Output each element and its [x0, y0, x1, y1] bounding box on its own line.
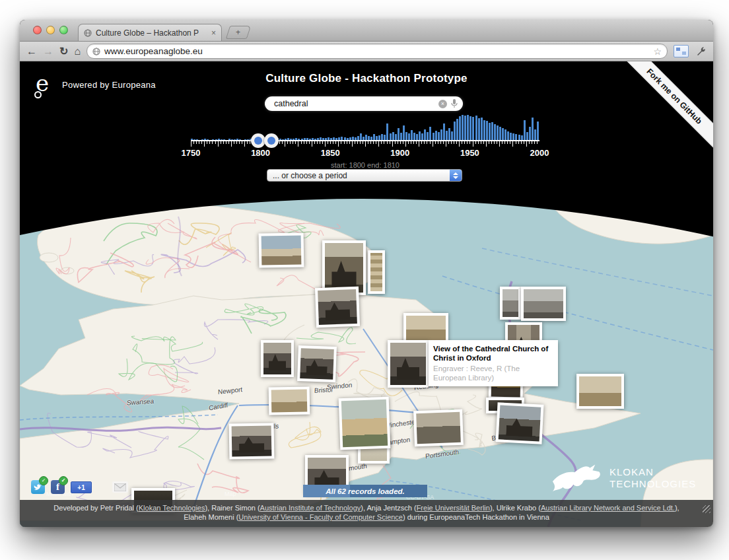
range-slider-start-handle[interactable]	[251, 133, 265, 148]
envelope-icon	[114, 483, 126, 491]
google-plus-one-button[interactable]: +1	[71, 481, 92, 493]
home-button[interactable]: ⌂	[74, 46, 81, 57]
timeline-ruler	[191, 140, 539, 147]
record-thumbnail[interactable]	[339, 397, 391, 450]
credit-link[interactable]: University of Vienna - Faculty of Comput…	[238, 513, 403, 521]
social-buttons: ✓ f ✓ +1	[31, 480, 128, 494]
footer-bar: Developed by Petr Pridal (Klokan Technol…	[20, 500, 713, 527]
browser-window: Culture Globe – Hackathon P × + ← → ↻ ⌂ …	[20, 20, 713, 527]
wrench-menu-icon[interactable]	[695, 46, 707, 57]
back-button[interactable]: ←	[26, 46, 37, 57]
record-thumbnail[interactable]	[403, 313, 448, 343]
timeline-histogram	[191, 115, 539, 140]
tooltip-subtitle: Engraver : Reeve, R (The European Librar…	[433, 364, 553, 382]
credit-link[interactable]: Austrian Institute of Technology	[260, 504, 361, 512]
records-status-label: All 62 records loaded.	[326, 487, 405, 495]
clear-search-icon[interactable]: ×	[438, 100, 447, 108]
search-input[interactable]	[273, 98, 434, 109]
search-box[interactable]: ×	[265, 96, 463, 111]
klokan-logo[interactable]: KLOKAN TECHNOLOGIES	[551, 463, 696, 493]
credit-text: Developed by Petr Pridal (	[53, 504, 138, 512]
timeline: 175018001850190019502000 start: 1800 end…	[191, 115, 539, 174]
record-thumbnail[interactable]	[269, 386, 310, 415]
minimize-window-button[interactable]	[46, 26, 55, 34]
extension-button[interactable]	[674, 45, 689, 57]
facebook-button[interactable]: f ✓	[51, 480, 65, 494]
credit-link[interactable]: Freie Universität Berlin	[417, 504, 490, 512]
record-thumbnail[interactable]	[261, 340, 294, 377]
desktop: Culture Globe – Hackathon P × + ← → ↻ ⌂ …	[0, 0, 729, 560]
credit-link[interactable]: Austrian Library Network and Service Ldt…	[541, 504, 675, 512]
reload-button[interactable]: ↻	[59, 46, 68, 57]
titlebar[interactable]: Culture Globe – Hackathon P × +	[20, 20, 713, 42]
record-thumbnail[interactable]	[297, 345, 337, 382]
map-attribution: Map	[225, 491, 236, 497]
traffic-lights	[33, 26, 68, 34]
new-tab-button[interactable]: +	[226, 26, 251, 39]
browser-tab[interactable]: Culture Globe – Hackathon P ×	[78, 24, 222, 41]
credit-text: ), Anja Jentzsch (	[361, 504, 416, 512]
credit-text: ), Rainer Simon (	[205, 504, 260, 512]
record-thumbnail[interactable]	[259, 232, 304, 267]
kangaroo-icon	[551, 463, 603, 493]
email-button[interactable]	[112, 481, 128, 493]
period-select-value: ... or choose a period	[267, 171, 450, 180]
tab-title: Culture Globe – Hackathon P	[96, 28, 207, 38]
zoom-window-button[interactable]	[59, 26, 68, 34]
record-tooltip: View of the Cathedral Church of Christ i…	[429, 340, 558, 386]
klokan-name-line1: KLOKAN	[609, 466, 696, 478]
forward-button[interactable]: →	[43, 46, 53, 57]
credit-link[interactable]: Klokan Technologies	[139, 504, 205, 512]
tooltip-title: View of the Cathedral Church of Christ i…	[433, 344, 553, 363]
period-select[interactable]: ... or choose a period	[267, 169, 462, 182]
bookmark-star-icon[interactable]: ☆	[653, 46, 662, 57]
record-thumbnail[interactable]	[368, 250, 385, 294]
browser-toolbar: ← → ↻ ⌂ www.europeanaglobe.eu ☆	[20, 42, 713, 61]
twitter-button[interactable]: ✓	[31, 480, 45, 494]
credit-text: ) during EuropeanaTech Hackathon in Vien…	[403, 513, 549, 521]
address-bar[interactable]: www.europeanaglobe.eu ☆	[87, 44, 668, 59]
select-stepper-icon	[450, 170, 462, 181]
page-title: Culture Globe - Hackathon Prototype	[20, 72, 713, 85]
credits-text: Developed by Petr Pridal (Klokan Technol…	[43, 503, 690, 522]
microphone-icon[interactable]	[451, 99, 458, 108]
record-thumbnail[interactable]	[500, 287, 521, 320]
range-label: start: 1800 end: 1810	[191, 161, 539, 169]
klokan-name-line2: TECHNOLOGIES	[609, 478, 696, 490]
url-text[interactable]: www.europeanaglobe.eu	[104, 46, 649, 56]
record-thumbnail[interactable]	[521, 287, 566, 321]
twitter-check-badge: ✓	[39, 476, 48, 485]
record-thumbnail[interactable]	[388, 340, 429, 388]
timeline-axis: 175018001850190019502000	[191, 148, 539, 158]
close-window-button[interactable]	[33, 26, 42, 34]
favicon-globe-icon	[84, 29, 92, 37]
facebook-check-badge: ✓	[59, 476, 68, 485]
page-content: SwanseaCardiffNewportBristolWellsSwindon…	[20, 61, 713, 527]
record-thumbnail[interactable]	[315, 287, 360, 328]
record-thumbnail[interactable]	[495, 402, 543, 444]
record-thumbnail[interactable]	[229, 423, 275, 459]
resize-grip[interactable]	[703, 505, 711, 513]
tab-close-icon[interactable]: ×	[211, 28, 216, 38]
records-status-bar: All 62 records loaded.	[303, 485, 427, 497]
site-globe-icon	[92, 48, 100, 55]
credit-text: ), Ulrike Krabo (	[490, 504, 541, 512]
record-thumbnail[interactable]	[576, 374, 624, 409]
range-slider-end-handle[interactable]	[264, 133, 279, 148]
record-thumbnail[interactable]	[413, 409, 464, 447]
